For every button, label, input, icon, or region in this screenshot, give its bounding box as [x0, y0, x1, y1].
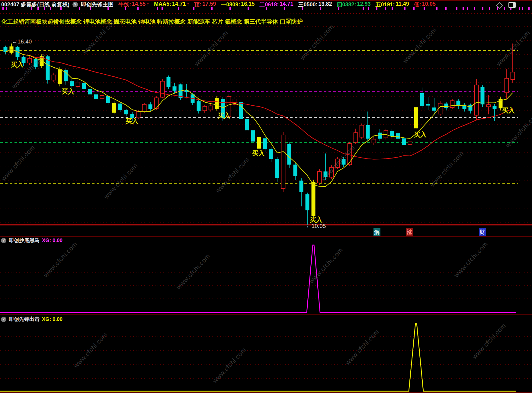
panel2-xg-value: XG: 0.00: [42, 238, 62, 244]
indicator-field-2: 顶:17.59: [194, 1, 216, 8]
tool-badge[interactable]: 解: [373, 228, 380, 236]
tool-badge[interactable]: 财: [479, 228, 486, 236]
panel-layout-icon-bar: [513, 3, 515, 7]
indicator-field-3: 一0809:16.15: [221, 1, 255, 8]
concept-tags: 化工起轿河南板块起轿创投概念 锂电池概念 固态电池 钠电池 特斯拉概念 新能源车…: [2, 18, 303, 26]
indicator-field-4: 二0618:14.71: [259, 1, 293, 8]
panel3-title[interactable]: 即创先锋出击: [9, 316, 40, 323]
indicator-field-0: 牛线:14.55↑: [118, 1, 149, 8]
buy-signal-label: 买入: [502, 106, 515, 115]
chevron-down-icon[interactable]: ∨: [1, 317, 6, 322]
high-price-note: ←16.40: [12, 38, 32, 45]
indicator-field-6: 四0382:12.93: [337, 1, 370, 8]
tool-badge[interactable]: 涨: [406, 228, 413, 236]
indicator-field-5: 三0500:13.82: [298, 1, 332, 8]
buy-signal-label: 买入: [218, 111, 230, 120]
chart-canvas[interactable]: [0, 0, 532, 393]
buy-signal-label: 买入: [252, 149, 265, 158]
app-window: 002407 多氟多(日线 前复权) ∨ 即创先锋主图 牛线:14.55↑MAA…: [0, 0, 532, 393]
buy-signal-label: 买入: [62, 87, 74, 96]
indicator-field-8: 低:10.05: [414, 1, 436, 8]
panel3-header: ∨ 即创先锋出击 XG: 0.00: [1, 316, 62, 323]
chevron-down-icon[interactable]: ∨: [1, 238, 6, 243]
panel2-header: ∨ 即创抄底黑马 XG: 0.00: [1, 237, 62, 244]
chevron-down-icon[interactable]: ∨: [72, 2, 78, 7]
indicator-values: 牛线:14.55↑MAA5:14.71↑顶:17.59一0809:16.15二0…: [118, 1, 436, 8]
buy-signal-label: 买入: [126, 117, 138, 125]
buy-signal-label: 买入: [310, 216, 322, 224]
panel-layout-icon[interactable]: [508, 2, 516, 8]
indicator-field-7: 五0191:11.49: [376, 1, 409, 8]
buy-signal-label: 买入: [11, 60, 24, 69]
panel3-xg-value: XG: 0.00: [42, 316, 62, 322]
stock-title: 002407 多氟多(日线 前复权): [1, 1, 69, 8]
indicator-name[interactable]: 即创先锋主图: [81, 1, 114, 8]
panel2-title[interactable]: 即创抄底黑马: [9, 237, 40, 244]
header-bar: 002407 多氟多(日线 前复权) ∨ 即创先锋主图 牛线:14.55↑MAA…: [1, 1, 436, 8]
buy-signal-label: 买入: [414, 130, 427, 139]
indicator-field-1: MAA5:14.71↑: [154, 1, 189, 8]
